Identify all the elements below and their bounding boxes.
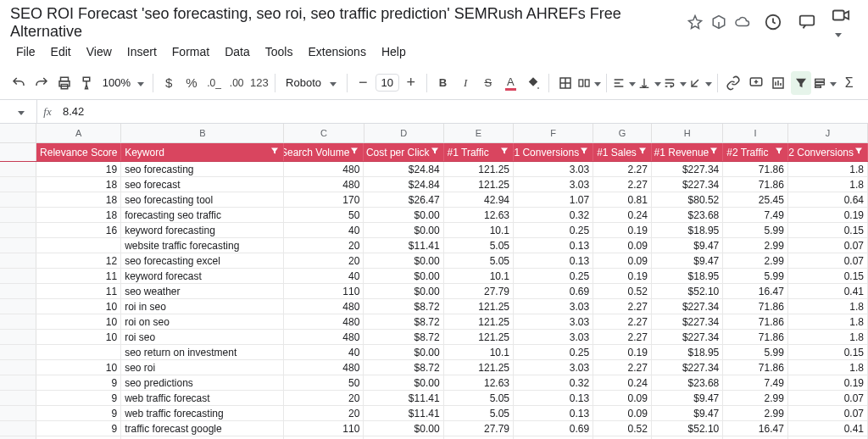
cell[interactable]: 20: [284, 238, 364, 253]
star-icon[interactable]: [687, 14, 703, 32]
cell[interactable]: seo predictions: [121, 375, 284, 390]
insert-chart-icon[interactable]: [768, 71, 789, 95]
col-header-c[interactable]: C: [284, 124, 364, 142]
cell[interactable]: 71.86: [723, 299, 788, 314]
cell[interactable]: 12.63: [444, 375, 514, 390]
header-cell[interactable]: Keyword: [121, 143, 284, 161]
cell[interactable]: 1.07: [514, 192, 593, 207]
zoom-select[interactable]: 100%: [99, 76, 147, 89]
cell[interactable]: 1.8: [788, 299, 868, 314]
link-icon[interactable]: [723, 71, 744, 95]
cell[interactable]: $227.34: [652, 162, 723, 176]
cell[interactable]: 27.79: [444, 421, 514, 436]
cell[interactable]: $0.00: [364, 375, 443, 390]
v-align-icon[interactable]: [637, 71, 661, 95]
cell[interactable]: $24.84: [364, 177, 443, 192]
font-size-decrease-icon[interactable]: −: [353, 71, 374, 95]
cell[interactable]: 0.13: [514, 238, 593, 253]
row-number[interactable]: [0, 177, 36, 192]
cell[interactable]: $8.72: [364, 299, 443, 314]
h-align-icon[interactable]: [612, 71, 636, 95]
cell[interactable]: 7.49: [723, 375, 788, 390]
cell[interactable]: keyword forecast: [121, 269, 284, 283]
cell[interactable]: 480: [284, 162, 364, 176]
cell[interactable]: 10.1: [444, 345, 514, 359]
cell[interactable]: 2.99: [723, 238, 788, 253]
cell[interactable]: 0.41: [788, 421, 868, 436]
cell[interactable]: 0.13: [514, 391, 593, 405]
text-color-icon[interactable]: A: [500, 71, 521, 95]
borders-icon[interactable]: [554, 71, 576, 95]
bold-icon[interactable]: B: [432, 71, 453, 95]
cell[interactable]: 0.32: [514, 375, 593, 390]
cell[interactable]: seo weather: [121, 284, 284, 298]
wrap-icon[interactable]: [663, 71, 687, 95]
header-cell[interactable]: Cost per Click: [364, 143, 443, 161]
cell[interactable]: 40: [284, 223, 364, 237]
filter-icon[interactable]: [791, 71, 812, 95]
filter-toggle-icon[interactable]: [270, 146, 280, 158]
cell[interactable]: 10: [36, 330, 121, 344]
cell[interactable]: 40: [284, 345, 364, 359]
cell[interactable]: 0.19: [788, 375, 868, 390]
cell[interactable]: [36, 238, 121, 253]
cell[interactable]: 7.49: [723, 208, 788, 222]
menu-data[interactable]: Data: [219, 42, 256, 61]
menu-view[interactable]: View: [81, 42, 118, 61]
cell[interactable]: roi on seo: [121, 314, 284, 329]
cell[interactable]: 0.24: [593, 208, 652, 222]
meet-icon[interactable]: [832, 6, 858, 40]
cell[interactable]: 0.81: [593, 192, 652, 207]
rotate-icon[interactable]: [688, 71, 712, 95]
currency-icon[interactable]: $: [159, 71, 180, 95]
cell[interactable]: forecasting seo traffic: [121, 208, 284, 222]
cell[interactable]: 2.27: [593, 177, 652, 192]
cell[interactable]: 0.19: [788, 208, 868, 222]
cell[interactable]: $18.95: [652, 269, 723, 283]
cell[interactable]: 2.99: [723, 406, 788, 420]
cell[interactable]: $9.47: [652, 253, 723, 268]
cell[interactable]: 0.07: [788, 253, 868, 268]
merge-cells-icon[interactable]: [577, 71, 601, 95]
row-number[interactable]: [0, 253, 36, 268]
filter-toggle-icon[interactable]: [430, 146, 440, 158]
cell[interactable]: 42.94: [444, 192, 514, 207]
cell[interactable]: $227.34: [652, 299, 723, 314]
doc-title[interactable]: SEO ROI Forecast 'seo forecasting, seo r…: [10, 5, 677, 41]
cell[interactable]: 18: [36, 208, 121, 222]
cell[interactable]: 16.47: [723, 421, 788, 436]
cell[interactable]: $8.72: [364, 330, 443, 344]
italic-icon[interactable]: I: [455, 71, 476, 95]
cell[interactable]: $8.72: [364, 314, 443, 329]
strikethrough-icon[interactable]: S: [477, 71, 498, 95]
cell[interactable]: 12: [36, 253, 121, 268]
cell[interactable]: 2.99: [723, 253, 788, 268]
cell[interactable]: $24.84: [364, 162, 443, 176]
row-number[interactable]: [0, 421, 36, 436]
cell[interactable]: 0.25: [514, 223, 593, 237]
cell[interactable]: 0.52: [593, 421, 652, 436]
cell[interactable]: $23.68: [652, 208, 723, 222]
cell[interactable]: 0.19: [593, 269, 652, 283]
paint-format-icon[interactable]: [76, 71, 97, 95]
cell[interactable]: 3.03: [514, 330, 593, 344]
cell[interactable]: $23.68: [652, 375, 723, 390]
cell[interactable]: 0.69: [514, 421, 593, 436]
cell[interactable]: $227.34: [652, 314, 723, 329]
cell[interactable]: roi seo: [121, 330, 284, 344]
functions-icon[interactable]: Σ: [838, 71, 860, 95]
filter-views-icon[interactable]: [813, 71, 837, 95]
cell[interactable]: 9: [36, 391, 121, 405]
cell[interactable]: 5.05: [444, 406, 514, 420]
cell[interactable]: 2.99: [723, 391, 788, 405]
cell[interactable]: seo forecasting excel: [121, 253, 284, 268]
cell[interactable]: $80.52: [652, 192, 723, 207]
cell[interactable]: 20: [284, 406, 364, 420]
percent-icon[interactable]: %: [181, 71, 202, 95]
cell[interactable]: traffic forecast google: [121, 421, 284, 436]
cell[interactable]: 3.03: [514, 299, 593, 314]
cell[interactable]: 50: [284, 208, 364, 222]
cell[interactable]: seo forecasting tool: [121, 192, 284, 207]
col-header-e[interactable]: E: [444, 124, 514, 142]
row-number[interactable]: [0, 314, 36, 329]
